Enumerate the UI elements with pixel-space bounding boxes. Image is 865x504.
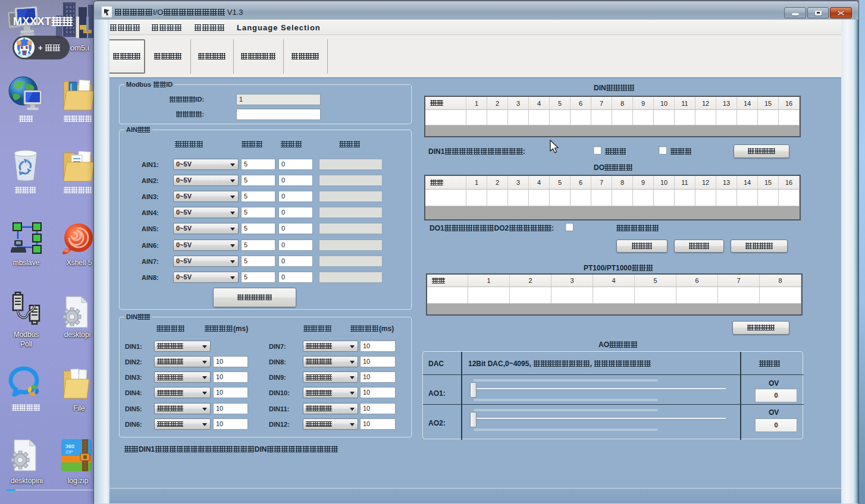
svg-text:ZIP: ZIP [65,449,73,455]
svg-text:360: 360 [65,443,74,449]
